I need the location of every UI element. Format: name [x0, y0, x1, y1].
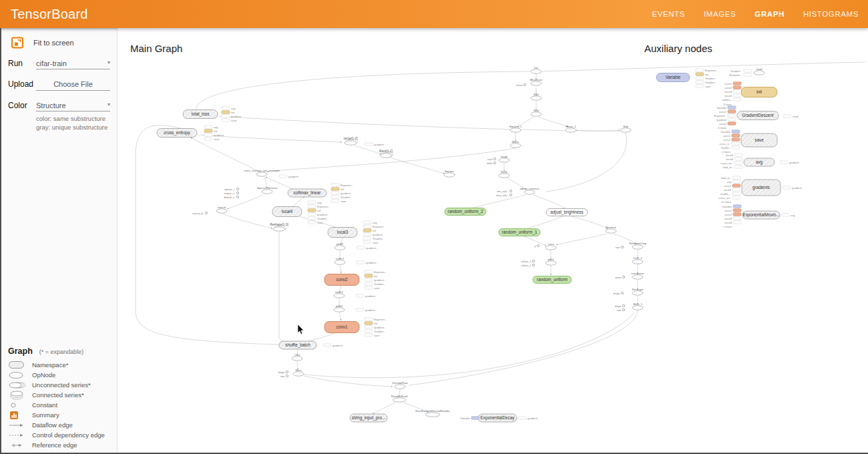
tab-images[interactable]: IMAGES — [704, 10, 736, 18]
legend-opnode: OpNode — [8, 370, 112, 380]
annotation-chip — [365, 270, 373, 273]
op-Maximum[interactable] — [531, 81, 541, 85]
op-norm2[interactable] — [335, 260, 345, 264]
legend-reference-edge: Reference edge — [8, 440, 112, 450]
graph-edge — [539, 117, 568, 127]
color-note: color: same substructure gray: unique su… — [36, 115, 110, 132]
series-Reshape[1-3][interactable] — [273, 227, 285, 231]
op-Mean[interactable] — [510, 144, 521, 148]
choose-file-button[interactable]: Choose File — [36, 80, 110, 91]
annotation-chip — [365, 318, 373, 320]
op-Square_1[interactable] — [510, 128, 521, 132]
graph-edge — [218, 116, 620, 131]
window-border-left — [0, 28, 1, 454]
graph-canvas[interactable]: total_losscross_entropysoftmax_linearloc… — [117, 28, 868, 454]
run-label: Run — [8, 59, 36, 68]
op-ReaderRead[interactable] — [393, 398, 406, 402]
const-label: Const — [516, 84, 523, 87]
annotation-label: conv2 — [723, 138, 731, 142]
tab-histograms[interactable]: HISTOGRAMS — [803, 10, 859, 18]
op-Cast_1[interactable] — [632, 260, 643, 264]
op-label: norm2 — [336, 257, 345, 260]
annotation-label: Gradien... — [705, 77, 717, 80]
op-Cast[interactable] — [292, 357, 302, 361]
annotation-chip — [363, 221, 371, 224]
op-FixedLengthRecordReader[interactable] — [425, 413, 440, 417]
op-Sub[interactable] — [531, 112, 541, 116]
graph-edge — [355, 146, 381, 154]
op-norm1[interactable] — [334, 294, 345, 298]
graph-edge — [546, 133, 627, 192]
op-Mean_1[interactable] — [566, 128, 576, 132]
annotation-label: local4 — [724, 94, 732, 97]
annotation-label: conv2 — [719, 122, 727, 126]
op-Slice[interactable] — [293, 372, 304, 376]
op-Reverse[interactable] — [606, 229, 616, 233]
const-node — [236, 188, 238, 190]
fit-to-screen-label: Fit to screen — [33, 39, 74, 47]
annotation-chip — [365, 330, 373, 332]
op-cross_entropy_per_example[interactable] — [256, 172, 267, 176]
op-Sqrt[interactable] — [531, 96, 541, 100]
op-Slice_1[interactable] — [632, 306, 643, 310]
annotation-chip — [222, 119, 230, 122]
op-Less[interactable] — [546, 246, 556, 250]
annotation-chip — [733, 221, 741, 224]
op-Square[interactable] — [444, 173, 455, 177]
op-pool1[interactable] — [334, 308, 345, 312]
series-range[1-2][interactable] — [345, 141, 357, 145]
tab-events[interactable]: EVENTS — [652, 10, 685, 18]
annotation-chip — [363, 229, 371, 232]
color-select[interactable]: Structure ▾ — [36, 101, 110, 111]
op-Sub[interactable] — [620, 128, 631, 132]
annotation-label: conv1 — [724, 184, 732, 188]
op-transpose[interactable] — [632, 275, 643, 279]
annotation-label: gradient... — [374, 278, 386, 282]
tab-graph[interactable]: GRAPH — [754, 10, 785, 18]
annotation-chip — [365, 278, 373, 281]
annotation-label: .. 1 more — [721, 225, 732, 228]
run-select[interactable]: cifar-train ▾ — [36, 59, 110, 69]
annotation-label: conv1 — [724, 209, 732, 212]
op-pool2[interactable] — [335, 246, 345, 250]
op-RandomCrop[interactable] — [632, 245, 643, 249]
op-SparseToDense[interactable] — [262, 190, 272, 194]
const-label: start — [487, 158, 493, 161]
annotation-label: Gradien... — [374, 282, 386, 286]
op-DecodeRaw[interactable] — [395, 385, 405, 389]
op-read[interactable] — [754, 71, 765, 75]
annotation-label: Gradien... — [341, 196, 353, 199]
annotation-label: gradient... — [365, 308, 377, 312]
op-concat[interactable] — [216, 209, 227, 213]
graph-legend: Graph (* = expandable) Namespace* OpNode — [0, 347, 117, 450]
unconnected-series-icon — [8, 381, 32, 389]
op-Rank[interactable] — [499, 174, 509, 178]
node-label: conv1 — [337, 324, 348, 329]
fit-to-screen-button[interactable]: Fit to screen — [8, 36, 110, 49]
op-Reshape[interactable] — [632, 291, 643, 295]
annotation-label: Variable — [716, 106, 726, 109]
series-Rank[1-2][interactable] — [380, 154, 392, 158]
node-label: cross_entropy — [164, 130, 190, 136]
const-node — [509, 190, 511, 192]
annotation-chip — [308, 221, 316, 224]
op-range[interactable] — [499, 158, 509, 162]
annotation-chip — [783, 186, 791, 189]
annotation-label: save — [374, 334, 380, 337]
op-label: Square — [445, 170, 454, 173]
annotation-label: gradient... — [333, 344, 345, 347]
annotation-chip — [363, 237, 371, 240]
annotation-label: gradient... — [366, 261, 378, 264]
node-label: total_loss — [192, 111, 210, 117]
annotation-label: init — [214, 130, 218, 133]
op-Div[interactable] — [531, 69, 541, 73]
graph-edge — [524, 216, 563, 230]
op-pack[interactable] — [546, 261, 556, 265]
annotation-chip — [331, 184, 339, 186]
const-label: concat_d.. — [192, 212, 204, 215]
annotation-chip — [733, 217, 741, 220]
op-adjust_contrast[interactable] — [524, 190, 535, 194]
annotation-label: Exponen... — [374, 270, 387, 274]
annotation-chip — [696, 69, 704, 71]
annotation-chip — [732, 196, 740, 199]
